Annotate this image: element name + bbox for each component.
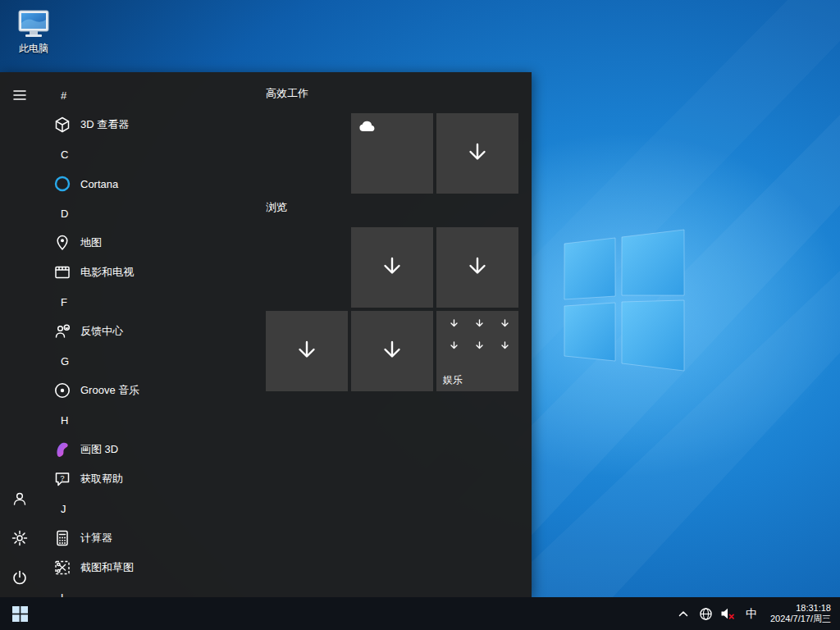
app-item[interactable]: 计算器: [39, 523, 266, 553]
chevron-up-icon: [678, 609, 689, 618]
onedrive-cloud-icon: [358, 121, 377, 132]
speaker-muted-icon: [720, 607, 736, 620]
app-item[interactable]: 画图 3D: [39, 435, 266, 464]
download-arrow-icon: [449, 318, 459, 329]
app-section-header[interactable]: C: [39, 139, 266, 169]
app-section-header[interactable]: D: [39, 199, 266, 228]
gear-icon: [11, 530, 28, 546]
app-label: 截图和草图: [80, 560, 134, 575]
gethelp-icon: ?: [52, 469, 72, 489]
app-label: Cortana: [80, 178, 118, 190]
feedback-icon: [52, 322, 72, 341]
download-arrow-icon: [500, 318, 510, 329]
tile-area: 高效工作浏览娱乐: [266, 72, 532, 597]
download-arrow-icon: [449, 340, 459, 351]
viewer3d-icon: [52, 115, 72, 135]
app-label: 地图: [80, 235, 102, 250]
app-label: 获取帮助: [80, 472, 123, 486]
downloading-app-tile[interactable]: [436, 113, 518, 194]
paint3d-icon: [52, 440, 72, 459]
app-item[interactable]: 3D 查看器: [39, 110, 266, 139]
onedrive-downloading-tile[interactable]: [351, 113, 433, 194]
app-label: 计算器: [80, 531, 112, 546]
this-pc-label: 此电脑: [10, 42, 57, 56]
ime-indicator[interactable]: 中: [741, 597, 762, 630]
section-letter: L: [61, 591, 66, 598]
tile-group: 浏览娱乐: [266, 199, 522, 391]
groove-icon: [52, 381, 72, 400]
expand-menu-button[interactable]: [0, 75, 39, 115]
section-letter: F: [61, 296, 67, 308]
globe-network-icon: [699, 607, 713, 621]
volume-button[interactable]: [719, 597, 737, 630]
section-letter: G: [61, 355, 69, 368]
app-item[interactable]: 电影和电视: [39, 258, 266, 287]
app-item[interactable]: ?获取帮助: [39, 464, 266, 494]
taskbar: 中 18:31:18 2024/7/17/周三: [0, 597, 840, 630]
calc-icon: [52, 528, 72, 548]
windows-logo-icon: [12, 606, 28, 622]
start-menu-rail: [0, 72, 39, 597]
user-account-button[interactable]: [0, 479, 39, 518]
network-status-button[interactable]: [696, 597, 714, 630]
folder-tile-label: 娱乐: [443, 373, 463, 387]
power-icon: [11, 569, 28, 586]
download-arrow-icon: [474, 340, 485, 351]
app-item[interactable]: 地图: [39, 228, 266, 258]
start-button[interactable]: [0, 597, 39, 630]
section-letter: C: [61, 148, 68, 161]
section-letter: J: [61, 503, 66, 515]
system-tray: 中 18:31:18 2024/7/17/周三: [674, 597, 840, 630]
tray-date: 2024/7/17/周三: [770, 614, 831, 624]
app-section-header[interactable]: F: [39, 287, 266, 317]
app-item[interactable]: Groove 音乐: [39, 376, 266, 405]
app-item[interactable]: Cortana: [39, 169, 266, 199]
download-arrow-icon: [474, 318, 485, 329]
cortana-icon: [52, 174, 72, 194]
section-letter: H: [61, 414, 68, 427]
download-arrow-icon: [463, 253, 491, 281]
settings-button[interactable]: [0, 518, 39, 558]
app-label: Groove 音乐: [80, 383, 139, 398]
user-icon: [11, 491, 28, 507]
download-arrow-icon: [500, 340, 510, 351]
app-section-header[interactable]: J: [39, 494, 266, 523]
maps-icon: [52, 233, 72, 253]
tray-time: 18:31:18: [770, 603, 831, 614]
app-section-header[interactable]: #: [39, 80, 266, 110]
computer-monitor-icon: [16, 8, 52, 41]
snip-icon: [52, 558, 72, 578]
folder-tile-downloads: [443, 318, 515, 351]
app-section-header[interactable]: L: [39, 582, 266, 597]
app-label: 电影和电视: [80, 265, 134, 280]
app-label: 3D 查看器: [80, 117, 129, 132]
download-arrow-icon: [293, 337, 321, 365]
section-letter: #: [61, 89, 66, 102]
tile-group-label[interactable]: 浏览: [266, 199, 522, 216]
downloading-app-tile[interactable]: [351, 227, 433, 308]
power-button[interactable]: [0, 558, 39, 597]
tile-group: 高效工作: [266, 85, 522, 194]
svg-text:?: ?: [60, 474, 64, 482]
hidden-icons-button[interactable]: [674, 597, 692, 630]
app-section-header[interactable]: G: [39, 346, 266, 376]
app-section-header[interactable]: H: [39, 405, 266, 435]
downloading-app-tile[interactable]: [351, 311, 433, 391]
app-label: 画图 3D: [80, 442, 118, 457]
app-item[interactable]: 截图和草图: [39, 553, 266, 582]
entertainment-folder-tile[interactable]: 娱乐: [436, 311, 518, 391]
movies-icon: [52, 262, 72, 282]
desktop: 此电脑 #3D 查看器CCortanaD地图电影和电视F反馈中心GGroove …: [0, 0, 840, 630]
app-item[interactable]: 反馈中心: [39, 317, 266, 346]
this-pc-shortcut[interactable]: 此电脑: [10, 8, 57, 56]
tile-group-label[interactable]: 高效工作: [266, 85, 522, 102]
app-label: 反馈中心: [80, 324, 123, 339]
clock[interactable]: 18:31:18 2024/7/17/周三: [766, 603, 835, 624]
hamburger-icon: [13, 89, 26, 101]
downloading-app-tile[interactable]: [436, 227, 518, 308]
download-arrow-icon: [378, 337, 406, 365]
section-letter: D: [61, 208, 68, 220]
start-menu: #3D 查看器CCortanaD地图电影和电视F反馈中心GGroove 音乐H画…: [0, 72, 532, 597]
downloading-app-tile[interactable]: [266, 311, 348, 391]
download-arrow-icon: [378, 253, 406, 281]
